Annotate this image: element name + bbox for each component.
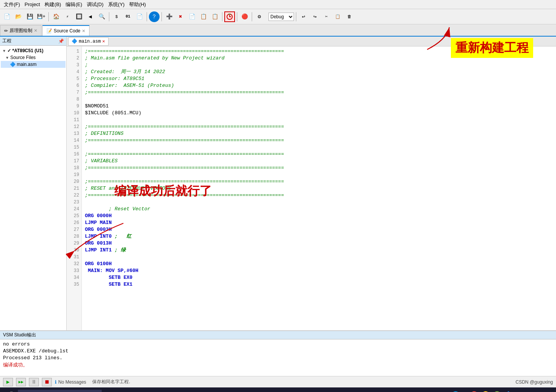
code-line[interactable]: SETB EX0 bbox=[85, 274, 553, 281]
code-line[interactable] bbox=[85, 199, 553, 206]
sep5 bbox=[222, 12, 222, 21]
code-line[interactable]: ; bbox=[85, 62, 553, 69]
cut-button[interactable]: ✂ bbox=[321, 11, 332, 22]
search-button[interactable]: 🔍 bbox=[96, 11, 107, 22]
save-button[interactable]: 💾 bbox=[24, 11, 35, 22]
output-title: VSM Studio输出 bbox=[3, 332, 36, 338]
line-number: 6 bbox=[67, 82, 81, 89]
output-area: VSM Studio输出 no errorsASEMDDX.EXE /debug… bbox=[0, 330, 556, 376]
menu-edit[interactable]: 编辑(E) bbox=[63, 0, 84, 9]
sep2 bbox=[109, 12, 109, 21]
component-button[interactable]: 🔲 bbox=[73, 11, 84, 22]
settings-button[interactable]: ⚙ bbox=[254, 11, 265, 22]
menu-system[interactable]: 系统(Y) bbox=[106, 0, 127, 9]
code-line[interactable]: ;=======================================… bbox=[85, 178, 553, 185]
sep1 bbox=[48, 12, 49, 21]
dollar-button[interactable]: $ bbox=[111, 11, 122, 22]
breakpoint-button[interactable]: 🔴 bbox=[239, 11, 250, 22]
code-line[interactable]: LJMP MAIN bbox=[85, 219, 553, 226]
new-file-button[interactable]: 📄 bbox=[187, 11, 197, 22]
code-lines[interactable]: ;=======================================… bbox=[82, 46, 556, 330]
stop-button[interactable]: ⏹ bbox=[42, 378, 52, 386]
code-line[interactable]: MAIN: MOV SP,#60H bbox=[85, 267, 553, 274]
tree-main-asm[interactable]: 🔷 main.asm bbox=[1, 61, 66, 68]
menu-file[interactable]: 文件(F) bbox=[2, 0, 22, 9]
tab-source-code[interactable]: 📝 Source Code ✕ bbox=[42, 25, 89, 36]
undo-button[interactable]: ↩ bbox=[298, 11, 309, 22]
code-line[interactable]: ;=======================================… bbox=[85, 123, 553, 130]
add-component-button[interactable]: ➕ bbox=[164, 11, 174, 22]
code-line[interactable]: ORG 0013H bbox=[85, 240, 553, 247]
tab-source-close[interactable]: ✕ bbox=[82, 29, 85, 34]
code-line[interactable]: ; Main.asm file generated by New Project… bbox=[85, 55, 553, 62]
new-button[interactable]: 📄 bbox=[2, 11, 12, 22]
code-line[interactable]: ;=======================================… bbox=[85, 89, 553, 96]
code-line[interactable]: ORG 0100H bbox=[85, 261, 553, 267]
save-project-button[interactable]: 💾+ bbox=[36, 11, 46, 22]
tab-schematic[interactable]: ✏ 原理图绘制 ✕ bbox=[0, 25, 42, 36]
code-line[interactable]: ; Created: 周一 3月 14 2022 bbox=[85, 69, 553, 75]
code-line[interactable] bbox=[85, 117, 553, 123]
taskbar: ⊞ 🔍 ⊞ 📁 🌐 ✉ 🔴 🟡 🟢 🔷 CSDN @guguxing bbox=[0, 387, 556, 392]
code-line[interactable] bbox=[85, 144, 553, 151]
code-line[interactable] bbox=[85, 96, 553, 103]
copy2-button[interactable]: 📋 bbox=[332, 11, 343, 22]
pause-button[interactable]: ⏸ bbox=[29, 378, 39, 386]
help-button[interactable]: ? bbox=[149, 11, 160, 22]
home-button[interactable]: 🏠 bbox=[51, 11, 61, 22]
code-line[interactable]: LJMP INT0 ; 红 bbox=[85, 233, 553, 240]
menu-project[interactable]: Project bbox=[22, 1, 42, 8]
code-line[interactable]: $NOMOD51 bbox=[85, 103, 553, 110]
tree-root[interactable]: ▼ ✓ *AT89C51 (U1) bbox=[1, 47, 66, 54]
remove-button[interactable]: ✖ bbox=[175, 11, 186, 22]
code-line[interactable]: ;=======================================… bbox=[85, 48, 553, 55]
redo-button[interactable]: ↪ bbox=[310, 11, 320, 22]
code-line[interactable]: ;=======================================… bbox=[85, 137, 553, 144]
step-play-button[interactable]: ▶▶ bbox=[16, 378, 26, 386]
code-line[interactable]: ;=======================================… bbox=[85, 165, 553, 171]
taskbar-search[interactable] bbox=[18, 390, 102, 392]
code-line[interactable]: ORG 0000H bbox=[85, 213, 553, 219]
debug-select[interactable]: Debug Release bbox=[268, 13, 294, 21]
tab-schematic-close[interactable]: ✕ bbox=[34, 28, 37, 33]
code-line[interactable]: ; RESET and INTERRUPT VECTORS bbox=[85, 185, 553, 192]
editor-tabs: 🔷 main.asm ✕ bbox=[67, 37, 556, 46]
menu-debug[interactable]: 调试(D) bbox=[85, 0, 106, 9]
open-button[interactable]: 📂 bbox=[13, 11, 24, 22]
code-line[interactable]: ;=======================================… bbox=[85, 192, 553, 199]
code-line[interactable]: ; Reset Vector bbox=[85, 206, 553, 213]
paste-button[interactable]: 📋 bbox=[209, 11, 220, 22]
line-number: 23 bbox=[67, 199, 81, 206]
code-line[interactable]: ; DEFINITIONS bbox=[85, 130, 553, 137]
code-line[interactable]: ; VARIABLES bbox=[85, 158, 553, 165]
tree-source-files[interactable]: ▼ Source Files bbox=[1, 54, 66, 61]
copy-button[interactable]: 📋 bbox=[198, 11, 209, 22]
rebuild-button[interactable] bbox=[224, 11, 235, 22]
doc-button[interactable]: 📄 bbox=[134, 11, 145, 22]
code-line[interactable] bbox=[85, 171, 553, 178]
code-line[interactable]: $INCLUDE (8051.MCU) bbox=[85, 110, 553, 117]
code-line[interactable]: ORG 0003H bbox=[85, 226, 553, 233]
bin-button[interactable]: 01 bbox=[123, 11, 133, 22]
line-number: 20 bbox=[67, 178, 81, 185]
menu-build[interactable]: 构建(B) bbox=[42, 0, 63, 9]
editor-tab-main[interactable]: 🔷 main.asm ✕ bbox=[68, 37, 109, 46]
output-content: no errorsASEMDDX.EXE /debug.lstProcessed… bbox=[0, 339, 556, 376]
code-line[interactable]: LJMP INT1 ; 绿 bbox=[85, 247, 553, 254]
delete-button[interactable]: 🗑 bbox=[344, 11, 355, 22]
line-number: 30 bbox=[67, 247, 81, 254]
code-line[interactable]: ; Compiler: ASEM-51 (Proteus) bbox=[85, 82, 553, 89]
code-line[interactable]: ; Processor: AT89C51 bbox=[85, 75, 553, 82]
back-button[interactable]: ◀ bbox=[85, 11, 96, 22]
play-button[interactable]: ▶ bbox=[3, 378, 13, 386]
code-line[interactable]: ;=======================================… bbox=[85, 151, 553, 158]
code-line[interactable]: SETB EX1 bbox=[85, 281, 553, 288]
output-line: 编译成功。 bbox=[3, 362, 553, 368]
pin-icon[interactable]: 📌 bbox=[58, 38, 64, 44]
sep7 bbox=[252, 12, 252, 21]
editor-tab-close[interactable]: ✕ bbox=[102, 38, 105, 44]
wire-button[interactable]: ⚡ bbox=[62, 11, 73, 22]
code-container[interactable]: 1234567891011121314151617181920212223242… bbox=[67, 46, 556, 330]
menu-help[interactable]: 帮助(H) bbox=[127, 0, 148, 9]
code-line[interactable] bbox=[85, 254, 553, 261]
